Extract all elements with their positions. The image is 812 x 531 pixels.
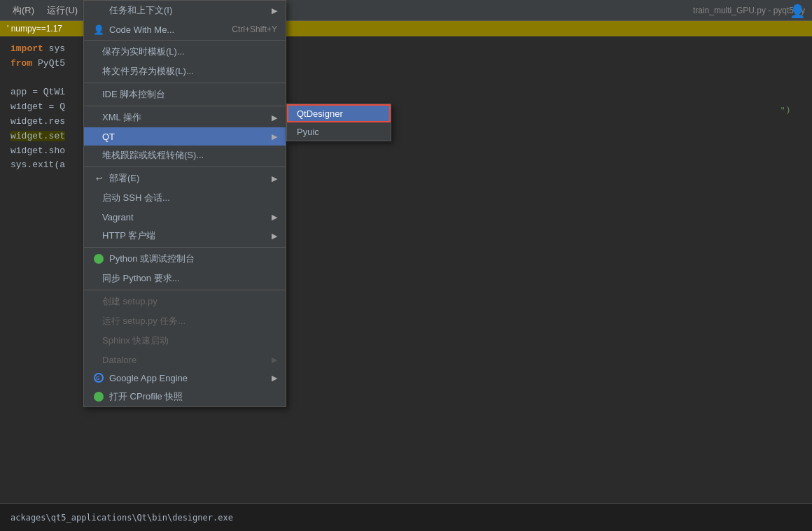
menu-item-save-file[interactable]: 将文件另存为模板(L)...	[84, 62, 286, 81]
user-icon[interactable]: 👤	[790, 3, 805, 19]
menu-item-create-setup-label: 创建 setup.py	[102, 295, 158, 308]
separator-2	[84, 83, 286, 83]
python-console-icon	[92, 254, 105, 264]
menu-item-google-app-engine-label: Google App Engine	[109, 373, 188, 383]
menu-item-deploy[interactable]: ↩ 部署(E) ▶	[84, 169, 286, 188]
menu-item-xml-label: XML 操作	[102, 111, 141, 124]
separator-4	[84, 167, 286, 167]
submenu-item-pyuic-label: Pyuic	[297, 127, 319, 137]
menu-construct[interactable]: 构(R)	[7, 3, 40, 18]
menu-item-ssh-label: 启动 SSH 会话...	[102, 192, 170, 204]
tools-dropdown-menu: 任务和上下文(I) ▶ 👤 Code With Me... Ctrl+Shift…	[83, 0, 286, 407]
menu-item-qt-label: QT	[102, 132, 115, 142]
menu-item-qt[interactable]: QT ▶	[84, 127, 286, 146]
menu-item-codewith[interactable]: 👤 Code With Me... Ctrl+Shift+Y	[84, 20, 286, 38]
menu-run[interactable]: 运行(U)	[41, 3, 83, 18]
menu-item-tasks[interactable]: 任务和上下文(I) ▶	[84, 1, 286, 20]
submenu-item-pyuic[interactable]: Pyuic	[287, 122, 391, 141]
google-app-engine-arrow-icon: ▶	[272, 374, 277, 383]
menu-item-deploy-label: 部署(E)	[109, 172, 139, 185]
menu-item-python-console[interactable]: Python 或调试控制台	[84, 249, 286, 269]
deploy-icon: ↩	[92, 174, 105, 183]
cprofile-icon	[92, 392, 105, 402]
menu-item-sphinx-label: Sphinx 快速启动	[102, 334, 169, 347]
menu-item-datalore-label: Datalore	[102, 355, 136, 365]
menu-item-datalore: Datalore ▶	[84, 351, 286, 369]
menu-item-codewith-label: Code With Me...	[109, 24, 174, 35]
warning-text: ' numpy==1.17	[7, 24, 62, 34]
submenu-item-qtdesigner-label: QtDesigner	[297, 108, 343, 119]
deploy-arrow-icon: ▶	[272, 174, 277, 183]
menu-item-sync-req[interactable]: 同步 Python 要求...	[84, 269, 286, 288]
menu-item-http[interactable]: HTTP 客户端 ▶	[84, 226, 286, 246]
menu-item-save-live[interactable]: 保存为实时模板(L)...	[84, 42, 286, 62]
menu-item-cprofile[interactable]: 打开 CProfile 快照	[84, 387, 286, 406]
menu-item-ide-console-label: IDE 脚本控制台	[102, 88, 165, 101]
qt-arrow-icon: ▶	[272, 132, 277, 141]
separator-1	[84, 40, 286, 41]
menu-item-vagrant[interactable]: Vagrant ▶	[84, 208, 286, 226]
separator-3	[84, 106, 286, 106]
xml-arrow-icon: ▶	[272, 113, 277, 122]
terminal-text: ackages\qt5_applications\Qt\bin\designer…	[10, 513, 233, 523]
google-app-engine-icon: G	[92, 373, 105, 383]
codewith-shortcut: Ctrl+Shift+Y	[232, 24, 277, 34]
menu-item-stack-trace[interactable]: 堆栈跟踪或线程转储(S)...	[84, 146, 286, 165]
menu-item-sphinx: Sphinx 快速启动	[84, 331, 286, 351]
menu-item-http-label: HTTP 客户端	[102, 229, 155, 242]
menu-item-sync-req-label: 同步 Python 要求...	[102, 272, 180, 285]
menu-item-run-setup: 运行 setup.py 任务...	[84, 311, 286, 331]
menu-item-create-setup: 创建 setup.py	[84, 292, 286, 311]
code-string-right: ")	[780, 105, 791, 115]
menu-item-google-app-engine[interactable]: G Google App Engine ▶	[84, 369, 286, 387]
menu-item-ssh[interactable]: 启动 SSH 会话...	[84, 188, 286, 208]
menu-item-ide-console[interactable]: IDE 脚本控制台	[84, 85, 286, 104]
menu-item-run-setup-label: 运行 setup.py 任务...	[102, 315, 186, 327]
filename-title: train_multi_GPU.py - pyqt5.py	[693, 6, 805, 15]
menu-item-save-file-label: 将文件另存为模板(L)...	[102, 65, 194, 78]
menu-item-stack-trace-label: 堆栈跟踪或线程转储(S)...	[102, 149, 204, 162]
menu-item-cprofile-label: 打开 CProfile 快照	[109, 390, 183, 403]
menu-item-python-console-label: Python 或调试控制台	[109, 253, 195, 265]
separator-6	[84, 290, 286, 290]
tasks-arrow-icon: ▶	[272, 6, 277, 15]
codewith-icon: 👤	[92, 24, 105, 35]
terminal-bar: ackages\qt5_applications\Qt\bin\designer…	[0, 503, 812, 531]
vagrant-arrow-icon: ▶	[272, 213, 277, 222]
qt-submenu: QtDesigner Pyuic	[286, 104, 391, 141]
separator-5	[84, 247, 286, 248]
menu-item-save-live-label: 保存为实时模板(L)...	[102, 45, 185, 58]
datalore-arrow-icon: ▶	[272, 355, 277, 364]
menu-item-vagrant-label: Vagrant	[102, 212, 134, 222]
svg-text:G: G	[96, 376, 100, 381]
http-arrow-icon: ▶	[272, 232, 277, 241]
menu-item-tasks-label: 任务和上下文(I)	[109, 4, 172, 17]
menu-item-xml[interactable]: XML 操作 ▶	[84, 108, 286, 127]
submenu-item-qtdesigner[interactable]: QtDesigner	[287, 104, 391, 122]
